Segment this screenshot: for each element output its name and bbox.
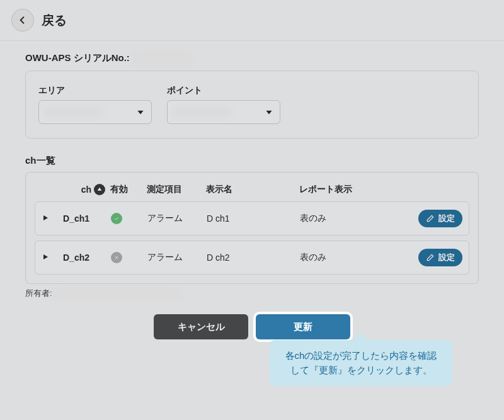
- serial-row: OWU-APS シリアルNo.:: [25, 52, 479, 64]
- cancel-button[interactable]: キャンセル: [154, 314, 248, 339]
- settings-btn-label: 設定: [438, 213, 455, 224]
- point-label: ポイント: [167, 85, 280, 96]
- expand-icon[interactable]: [42, 213, 58, 224]
- area-label: エリア: [38, 85, 152, 96]
- owner-row: 所有者:: [25, 288, 479, 299]
- enabled-cell: [111, 213, 142, 224]
- col-enabled: 有効: [110, 184, 142, 195]
- point-value-redacted: [174, 108, 231, 116]
- point-select[interactable]: [167, 100, 280, 124]
- table-row: D_ch1 アラーム D ch1 表のみ 設定: [35, 201, 469, 236]
- col-measurement: 測定項目: [147, 184, 201, 195]
- measurement-cell: アラーム: [147, 213, 202, 224]
- report-cell: 表のみ: [300, 252, 388, 263]
- owner-label: 所有者:: [25, 288, 52, 299]
- table-header: ch 有効 測定項目 表示名 レポート表示: [35, 180, 469, 201]
- edit-icon: [426, 253, 435, 262]
- caret-down-icon: [136, 108, 145, 116]
- sort-asc-icon: [94, 184, 105, 195]
- ch-name: D_ch2: [63, 253, 106, 263]
- chevron-left-icon: [18, 15, 28, 25]
- settings-button[interactable]: 設定: [418, 210, 462, 227]
- tooltip: 各chの設定が完了したら内容を確認して『更新』をクリックします。: [270, 332, 452, 386]
- ch-table: ch 有効 測定項目 表示名 レポート表示 D_ch1 アラーム D ch1 表…: [25, 172, 479, 284]
- point-field: ポイント: [167, 85, 280, 124]
- content: OWU-APS シリアルNo.: エリア ポイント ch一覧: [0, 41, 504, 351]
- settings-button[interactable]: 設定: [418, 249, 462, 266]
- back-button[interactable]: [11, 9, 34, 31]
- field-row: エリア ポイント: [38, 85, 466, 124]
- col-ch[interactable]: ch: [62, 184, 105, 195]
- area-point-card: エリア ポイント: [25, 71, 479, 139]
- col-report: レポート表示: [299, 184, 387, 195]
- settings-btn-label: 設定: [438, 252, 455, 263]
- expand-icon[interactable]: [42, 253, 58, 263]
- display-name-cell: D ch2: [207, 253, 295, 263]
- owner-value-redacted: [55, 289, 181, 298]
- check-icon: [111, 213, 122, 224]
- tooltip-text: 各chの設定が完了したら内容を確認して『更新』をクリックします。: [270, 340, 452, 386]
- back-label: 戻る: [42, 12, 67, 29]
- enabled-cell: [111, 252, 142, 263]
- display-name-cell: D ch1: [207, 213, 295, 224]
- cross-icon: [111, 252, 122, 263]
- ch-name: D_ch1: [63, 213, 106, 224]
- edit-icon: [426, 214, 435, 223]
- area-value-redacted: [45, 108, 102, 116]
- area-select[interactable]: [38, 100, 152, 124]
- ch-list-title: ch一覧: [25, 155, 479, 167]
- area-field: エリア: [38, 85, 152, 124]
- col-display-name: 表示名: [206, 184, 294, 195]
- caret-down-icon: [265, 108, 273, 116]
- header: 戻る: [0, 0, 504, 41]
- report-cell: 表のみ: [300, 213, 388, 224]
- serial-value-redacted: [134, 53, 190, 64]
- table-row: D_ch2 アラーム D ch2 表のみ 設定: [35, 241, 469, 275]
- serial-label: OWU-APS シリアルNo.:: [25, 52, 130, 64]
- measurement-cell: アラーム: [147, 252, 202, 263]
- tooltip-arrow: [355, 332, 367, 340]
